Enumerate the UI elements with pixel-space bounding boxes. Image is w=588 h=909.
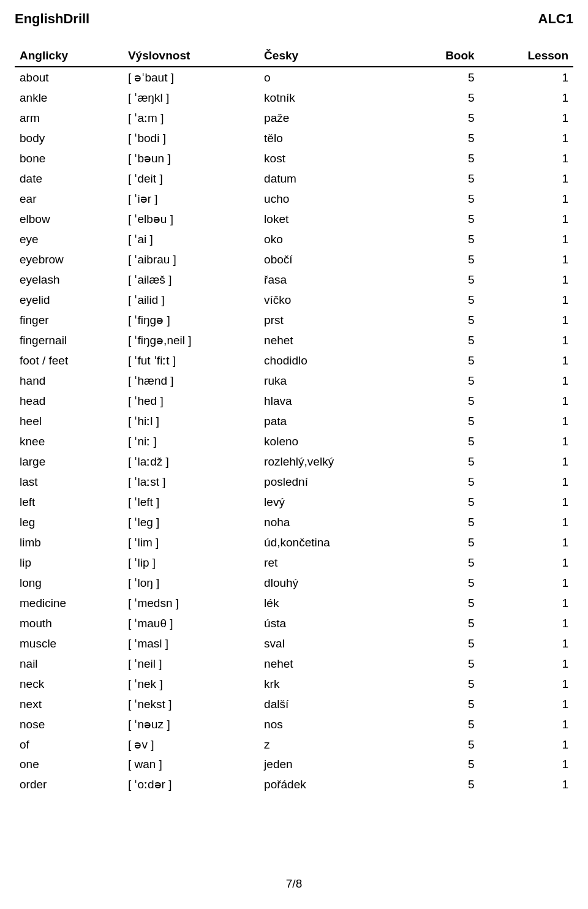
- page-title: ALC1: [538, 11, 573, 27]
- cell-24-4: 1: [480, 553, 573, 573]
- cell-4-4: 1: [480, 148, 573, 168]
- cell-31-2: další: [259, 694, 407, 714]
- cell-12-1: [ ˈfiŋgə ]: [123, 310, 259, 330]
- cell-7-1: [ ˈelbəu ]: [123, 209, 259, 229]
- cell-9-4: 1: [480, 249, 573, 270]
- cell-17-3: 5: [407, 411, 480, 431]
- vocabulary-table: Anglicky Výslovnost Česky Book Lesson ab…: [15, 45, 573, 794]
- cell-26-4: 1: [480, 593, 573, 613]
- cell-27-1: [ ˈmauθ ]: [123, 613, 259, 633]
- cell-11-4: 1: [480, 290, 573, 310]
- table-row: arm[ ˈaːm ]paže51: [15, 108, 573, 128]
- cell-14-1: [ ˈfut ˈfiːt ]: [123, 350, 259, 371]
- cell-29-3: 5: [407, 654, 480, 674]
- cell-1-4: 1: [480, 88, 573, 108]
- cell-25-1: [ ˈloŋ ]: [123, 573, 259, 593]
- cell-2-2: paže: [259, 108, 407, 128]
- cell-16-0: head: [15, 391, 123, 411]
- page-header: EnglishDrill ALC1: [0, 0, 588, 33]
- cell-7-3: 5: [407, 209, 480, 229]
- cell-19-4: 1: [480, 451, 573, 472]
- cell-15-4: 1: [480, 371, 573, 391]
- cell-32-2: nos: [259, 714, 407, 734]
- col-header-anglicky: Anglicky: [15, 45, 123, 67]
- cell-33-4: 1: [480, 734, 573, 755]
- cell-7-0: elbow: [15, 209, 123, 229]
- cell-0-0: about: [15, 67, 123, 88]
- table-row: long[ ˈloŋ ]dlouhý51: [15, 573, 573, 593]
- table-row: date[ ˈdeit ]datum51: [15, 168, 573, 189]
- table-row: leg[ ˈleg ]noha51: [15, 512, 573, 532]
- cell-18-0: knee: [15, 431, 123, 451]
- col-header-vyslovnost: Výslovnost: [123, 45, 259, 67]
- cell-27-2: ústa: [259, 613, 407, 633]
- cell-22-0: leg: [15, 512, 123, 532]
- cell-22-2: noha: [259, 512, 407, 532]
- cell-16-4: 1: [480, 391, 573, 411]
- cell-31-3: 5: [407, 694, 480, 714]
- cell-35-1: [ ˈoːdər ]: [123, 774, 259, 794]
- cell-16-2: hlava: [259, 391, 407, 411]
- cell-5-0: date: [15, 168, 123, 189]
- table-row: eyelash[ ˈailæš ]řasa51: [15, 270, 573, 290]
- table-row: nose[ ˈnəuz ]nos51: [15, 714, 573, 734]
- cell-21-4: 1: [480, 492, 573, 512]
- table-row: nail[ ˈneil ]nehet51: [15, 654, 573, 674]
- cell-4-2: kost: [259, 148, 407, 168]
- cell-16-1: [ ˈhed ]: [123, 391, 259, 411]
- cell-3-2: tělo: [259, 128, 407, 148]
- table-row: eye[ ˈai ]oko51: [15, 229, 573, 249]
- table-row: hand[ ˈhænd ]ruka51: [15, 371, 573, 391]
- cell-8-1: [ ˈai ]: [123, 229, 259, 249]
- cell-32-0: nose: [15, 714, 123, 734]
- cell-9-3: 5: [407, 249, 480, 270]
- table-row: neck[ ˈnek ]krk51: [15, 674, 573, 694]
- cell-18-1: [ ˈniː ]: [123, 431, 259, 451]
- cell-23-0: limb: [15, 532, 123, 553]
- cell-13-3: 5: [407, 330, 480, 350]
- cell-19-1: [ ˈlaːdž ]: [123, 451, 259, 472]
- cell-1-0: ankle: [15, 88, 123, 108]
- cell-29-4: 1: [480, 654, 573, 674]
- cell-6-0: ear: [15, 189, 123, 209]
- table-row: limb[ ˈlim ]úd,končetina51: [15, 532, 573, 553]
- cell-10-0: eyelash: [15, 270, 123, 290]
- cell-13-1: [ ˈfiŋgə,neil ]: [123, 330, 259, 350]
- cell-24-1: [ ˈlip ]: [123, 553, 259, 573]
- cell-30-0: neck: [15, 674, 123, 694]
- cell-24-2: ret: [259, 553, 407, 573]
- cell-32-1: [ ˈnəuz ]: [123, 714, 259, 734]
- table-row: fingernail[ ˈfiŋgə,neil ]nehet51: [15, 330, 573, 350]
- cell-9-1: [ ˈaibrau ]: [123, 249, 259, 270]
- cell-35-2: pořádek: [259, 774, 407, 794]
- cell-14-4: 1: [480, 350, 573, 371]
- table-row: heel[ ˈhiːl ]pata51: [15, 411, 573, 431]
- cell-33-1: [ əv ]: [123, 734, 259, 755]
- table-row: bone[ ˈbəun ]kost51: [15, 148, 573, 168]
- cell-15-1: [ ˈhænd ]: [123, 371, 259, 391]
- table-row: left[ ˈleft ]levý51: [15, 492, 573, 512]
- cell-0-3: 5: [407, 67, 480, 88]
- cell-5-1: [ ˈdeit ]: [123, 168, 259, 189]
- cell-12-0: finger: [15, 310, 123, 330]
- cell-12-4: 1: [480, 310, 573, 330]
- page-footer: 7/8: [0, 877, 588, 891]
- cell-20-4: 1: [480, 472, 573, 492]
- cell-10-3: 5: [407, 270, 480, 290]
- table-row: elbow[ ˈelbəu ]loket51: [15, 209, 573, 229]
- cell-9-2: obočí: [259, 249, 407, 270]
- cell-11-3: 5: [407, 290, 480, 310]
- table-row: next[ ˈnekst ]další51: [15, 694, 573, 714]
- cell-13-0: fingernail: [15, 330, 123, 350]
- cell-24-0: lip: [15, 553, 123, 573]
- col-header-book: Book: [407, 45, 480, 67]
- table-row: foot / feet[ ˈfut ˈfiːt ]chodidlo51: [15, 350, 573, 371]
- cell-31-4: 1: [480, 694, 573, 714]
- cell-0-2: o: [259, 67, 407, 88]
- cell-27-4: 1: [480, 613, 573, 633]
- cell-20-1: [ ˈlaːst ]: [123, 472, 259, 492]
- cell-23-3: 5: [407, 532, 480, 553]
- cell-16-3: 5: [407, 391, 480, 411]
- main-content: Anglicky Výslovnost Česky Book Lesson ab…: [0, 33, 588, 807]
- cell-27-3: 5: [407, 613, 480, 633]
